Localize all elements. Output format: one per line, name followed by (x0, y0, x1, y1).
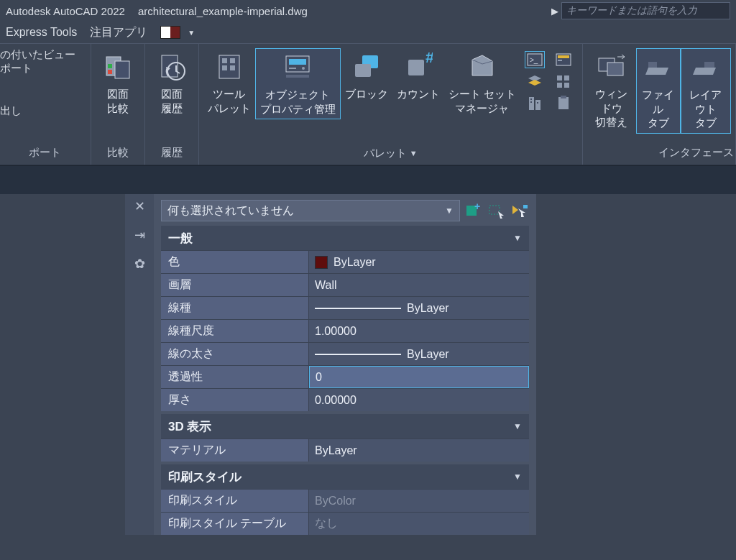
selection-caret-icon: ▼ (445, 206, 454, 216)
prop-transparency-value[interactable]: 0 (309, 366, 529, 388)
prop-color-row[interactable]: 色 ByLayer (161, 250, 529, 273)
sheet-set-manager-label: シート セット マネージャ (448, 87, 516, 115)
clipboard-icon[interactable] (553, 94, 574, 111)
prop-color-label: 色 (161, 251, 309, 273)
prop-plotstyle-row[interactable]: 印刷スタイル ByColor (161, 489, 529, 512)
prop-lineweight-label: 線の太さ (161, 343, 309, 365)
tab-featured-apps[interactable]: 注目アプリ (90, 25, 147, 40)
svg-rect-38 (607, 63, 623, 75)
interface-panel-title: インタフェース (583, 143, 735, 165)
drawing-area[interactable]: ✕ ⇥ ✿ 何も選択されていません ▼ + 一般 ▼ (0, 194, 736, 560)
svg-rect-34 (564, 83, 569, 88)
drawing-compare-button[interactable]: 図面 比較 (96, 48, 140, 118)
svg-rect-30 (558, 60, 562, 61)
svg-rect-32 (564, 75, 569, 81)
prop-thickness-value[interactable]: 0.00000 (309, 389, 529, 411)
tool-palettes-button[interactable]: ツール パレット (203, 48, 255, 118)
svg-rect-11 (230, 65, 235, 70)
building-icon[interactable] (525, 94, 545, 111)
svg-rect-3 (108, 70, 112, 74)
titlebar: Autodesk AutoCAD 2022 architectural_exam… (0, 0, 736, 22)
viewport-panel-title: ポート (0, 143, 91, 165)
section-general-header[interactable]: 一般 ▼ (161, 226, 529, 250)
select-objects-icon[interactable] (487, 201, 506, 220)
sheet-set-manager-button[interactable]: シート セット マネージャ (444, 48, 520, 118)
prop-lineweight-value[interactable]: ByLayer (309, 343, 529, 365)
svg-text:>_: >_ (530, 56, 538, 64)
tool-palettes-label: ツール パレット (208, 87, 251, 115)
search-placeholder: キーワードまたは語句を入力 (566, 4, 697, 17)
sheet-set-manager-icon (466, 51, 498, 83)
section-general-caret-icon: ▼ (513, 233, 522, 243)
drawing-history-icon (156, 51, 188, 83)
prop-plottable-label: 印刷スタイル テーブル (161, 513, 309, 535)
viewport-btn-partial1[interactable]: の付いたビューポート (0, 48, 86, 75)
prop-color-text: ByLayer (334, 256, 376, 269)
switch-windows-icon (596, 51, 627, 83)
prop-layer-value[interactable]: Wall (309, 274, 529, 296)
svg-rect-2 (108, 64, 112, 68)
blocks-label: ブロック (345, 87, 388, 101)
prop-transparency-label: 透過性 (161, 366, 309, 388)
lineweight-sample-icon (315, 354, 401, 355)
selection-label: 何も選択されていません (167, 203, 294, 219)
switch-windows-button[interactable]: ウィンドウ 切替え (587, 48, 636, 132)
properties-manager-button[interactable]: オブジェクト プロパティ管理 (255, 48, 341, 119)
palette-rail: ✕ ⇥ ✿ (125, 194, 154, 535)
section-3d-header[interactable]: 3D 表示 ▼ (161, 414, 529, 439)
tool-palettes-icon (213, 51, 245, 83)
drawing-history-button[interactable]: 図面 履歴 (150, 48, 194, 118)
svg-rect-24 (535, 100, 540, 110)
prop-material-label: マテリアル (161, 439, 309, 462)
svg-rect-16 (286, 75, 309, 78)
svg-rect-33 (557, 83, 562, 88)
svg-rect-43 (489, 206, 500, 214)
svg-rect-1 (115, 61, 129, 78)
svg-rect-9 (230, 58, 235, 63)
prop-color-value[interactable]: ByLayer (309, 251, 529, 273)
viewport-btn-partial2[interactable]: 出し (0, 104, 22, 118)
section-general-label: 一般 (168, 230, 193, 247)
file-tabs-button[interactable]: ファイル タブ (636, 48, 681, 134)
search-expand-icon[interactable]: ▶ (551, 6, 558, 17)
ribbon: の付いたビューポート 出し ポート 図面 比較 比較 図面 履歴 履歴 (0, 43, 736, 165)
tab-express-tools[interactable]: Express Tools (6, 26, 77, 39)
drawing-compare-label: 図面 比較 (107, 87, 129, 115)
palette-close-icon[interactable]: ✕ (134, 198, 145, 214)
layout-tabs-button[interactable]: レイアウト タブ (681, 48, 731, 134)
prop-layer-row[interactable]: 画層 Wall (161, 273, 529, 296)
toggle-pickadd-icon[interactable]: + (464, 201, 483, 220)
prop-plottable-row[interactable]: 印刷スタイル テーブル なし (161, 512, 529, 535)
drawing-history-label: 図面 履歴 (161, 87, 183, 115)
command-line-icon[interactable]: >_ (525, 51, 545, 68)
section-3d-caret-icon: ▼ (513, 421, 522, 431)
layer-manager-icon[interactable] (525, 73, 545, 90)
count-button[interactable]: # カウント (392, 48, 444, 104)
app-name: Autodesk AutoCAD 2022 (6, 5, 125, 17)
palette-panel-title[interactable]: パレット ▼ (199, 143, 582, 165)
prop-transparency-row[interactable]: 透過性 0 (161, 365, 529, 388)
color-picker-dropdown-icon[interactable]: ▼ (188, 29, 195, 37)
prop-thickness-row[interactable]: 厚さ 0.00000 (161, 388, 529, 411)
prop-lineweight-row[interactable]: 線の太さ ByLayer (161, 342, 529, 365)
svg-point-15 (302, 67, 305, 70)
color-picker-swatch[interactable] (160, 26, 180, 39)
prop-ltscale-row[interactable]: 線種尺度 1.00000 (161, 319, 529, 342)
prop-linetype-value[interactable]: ByLayer (309, 297, 529, 319)
selection-dropdown[interactable]: 何も選択されていません ▼ (161, 200, 460, 221)
prop-material-value[interactable]: ByLayer (309, 439, 529, 462)
blocks-button[interactable]: ブロック (341, 48, 392, 104)
palette-autohide-icon[interactable]: ⇥ (134, 227, 145, 243)
properties-small-icon[interactable] (553, 51, 574, 68)
section-printstyle-header[interactable]: 印刷スタイル ▼ (161, 464, 529, 489)
grid-icon[interactable] (553, 73, 574, 90)
prop-linetype-row[interactable]: 線種 ByLayer (161, 296, 529, 319)
prop-material-row[interactable]: マテリアル ByLayer (161, 439, 529, 462)
prop-ltscale-value[interactable]: 1.00000 (309, 320, 529, 342)
quick-select-icon[interactable] (510, 201, 529, 220)
palette-settings-icon[interactable]: ✿ (134, 256, 145, 272)
svg-rect-44 (523, 205, 528, 208)
search-input[interactable]: キーワードまたは語句を入力 (561, 2, 730, 19)
section-printstyle-label: 印刷スタイル (168, 469, 242, 485)
properties-manager-icon (282, 52, 313, 83)
